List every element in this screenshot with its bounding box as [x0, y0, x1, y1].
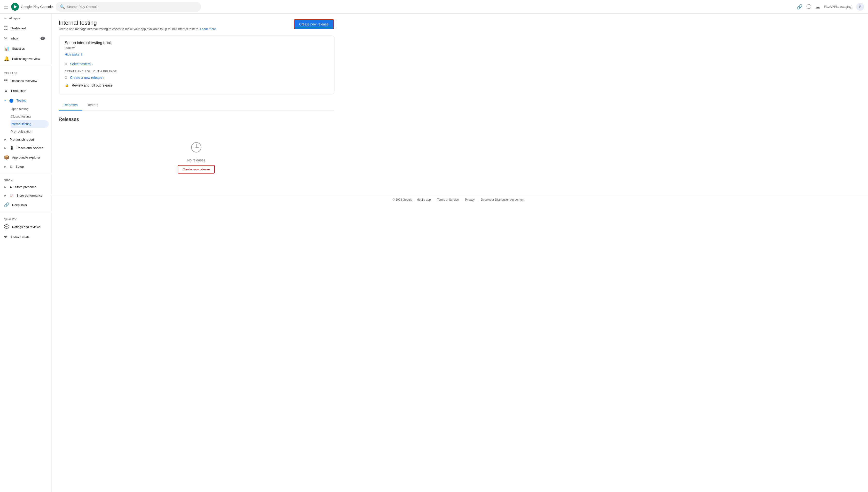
help-icon[interactable]: ⓘ	[807, 3, 811, 10]
app-name-badge: FiszAPPka (staging)	[824, 5, 852, 8]
topbar-right: 🔗 ⓘ ☁ FiszAPPka (staging) F	[796, 3, 864, 11]
create-new-release-link[interactable]: Create a new release ›	[70, 76, 104, 79]
search-bar[interactable]: 🔍	[56, 2, 201, 11]
tab-releases[interactable]: Releases	[59, 100, 82, 110]
setup-icon: ⚙	[10, 165, 12, 168]
footer-copyright: © 2023 Google	[392, 198, 412, 201]
chevron-right-icon-2: ►	[4, 146, 7, 150]
store-performance-icon: 📈	[10, 194, 14, 197]
hide-tasks-button[interactable]: Hide tasks ⇧	[65, 53, 83, 56]
releases-title: Releases	[59, 117, 334, 122]
footer-link-mobile-app[interactable]: Mobile app	[416, 198, 431, 201]
reach-icon: 📱	[10, 146, 14, 150]
content-inner: Internal testing Create and manage inter…	[51, 14, 342, 194]
deep-links-icon: 🔗	[4, 202, 9, 207]
empty-state: No releases Create new release	[59, 127, 334, 188]
dashboard-icon: ☷	[4, 25, 8, 31]
sidebar-item-dashboard[interactable]: ☷ Dashboard	[0, 23, 49, 33]
sidebar-item-store-performance[interactable]: ► 📈 Store performance	[0, 191, 51, 200]
tabs: Releases Testers	[59, 100, 334, 111]
sidebar-item-open-testing[interactable]: Open testing	[11, 105, 49, 113]
statistics-icon: 📊	[4, 46, 9, 51]
arrow-right-icon-2: ›	[103, 76, 104, 79]
menu-icon[interactable]: ☰	[4, 4, 8, 10]
chevron-right-icon: ►	[4, 138, 7, 141]
main-content: Internal testing Create and manage inter…	[51, 14, 868, 492]
store-presence-icon: ▶	[10, 185, 12, 189]
sidebar-release-section: Release	[0, 68, 51, 76]
sidebar-item-pre-registration[interactable]: Pre-registration	[11, 128, 49, 135]
chevron-down-icon: ▼	[4, 99, 6, 102]
tab-testers[interactable]: Testers	[82, 100, 103, 110]
main-layout: ← All apps ☷ Dashboard ✉ Inbox 4 📊 Stati…	[0, 14, 868, 492]
sidebar-item-deep-links[interactable]: 🔗 Deep links	[0, 200, 49, 210]
page-subtitle: Create and manage internal testing relea…	[59, 27, 216, 31]
chevron-up-icon: ⇧	[80, 53, 83, 56]
empty-state-text: No releases	[187, 158, 205, 162]
sidebar-item-setup[interactable]: ► ⚙ Setup	[0, 163, 51, 171]
page-title-area: Internal testing Create and manage inter…	[59, 19, 216, 31]
sidebar-divider-1	[0, 66, 51, 66]
sidebar-item-production[interactable]: ▲ Production	[0, 86, 49, 96]
logo-area: Google Play Console	[11, 3, 53, 11]
task-circle-icon	[65, 63, 67, 65]
sidebar-grow-section: Grow	[0, 175, 51, 183]
sidebar-testing-submenu: Open testing Closed testing Internal tes…	[0, 105, 51, 135]
sidebar-item-android-vitals[interactable]: ❤ Android vitals	[0, 232, 49, 242]
create-release-empty-button[interactable]: Create new release	[178, 165, 215, 174]
ratings-icon: 💬	[4, 224, 9, 229]
footer-link-dda[interactable]: Developer Distribution Agreement	[481, 198, 524, 201]
back-arrow-icon: ←	[4, 17, 7, 20]
create-rollout-label: CREATE AND ROLL OUT A RELEASE	[65, 68, 328, 74]
footer-link-privacy[interactable]: Privacy	[465, 198, 475, 201]
sidebar-item-reach-devices[interactable]: ► 📱 Reach and devices	[0, 144, 51, 152]
sidebar-item-closed-testing[interactable]: Closed testing	[11, 113, 49, 120]
page-title: Internal testing	[59, 19, 216, 26]
avatar[interactable]: F	[857, 3, 864, 11]
task-item-review-rollout: 🔒 Review and roll out release	[65, 81, 328, 89]
footer: © 2023 Google · Mobile app · Terms of Se…	[51, 194, 868, 205]
topbar-left: ☰ Google Play Console	[4, 3, 53, 11]
create-release-header-button[interactable]: Create new release	[294, 19, 334, 29]
link-icon[interactable]: 🔗	[796, 4, 802, 10]
cloud-icon[interactable]: ☁	[815, 4, 820, 10]
task-circle-icon-2	[65, 76, 67, 79]
sidebar-item-ratings-reviews[interactable]: 💬 Ratings and reviews	[0, 222, 49, 232]
sidebar-item-testing[interactable]: ▼ ⬤ Testing	[0, 96, 49, 105]
topbar: ☰ Google Play Console 🔍 🔗 ⓘ ☁ FiszAPPka …	[0, 0, 868, 14]
sidebar-item-app-bundle-explorer[interactable]: 📦 App bundle explorer	[0, 152, 49, 163]
testing-icon: ⬤	[9, 98, 14, 103]
task-item-select-testers: Select testers ›	[65, 60, 328, 68]
task-item-create-release: Create a new release ›	[65, 74, 328, 81]
inbox-icon: ✉	[4, 35, 7, 41]
sidebar: ← All apps ☷ Dashboard ✉ Inbox 4 📊 Stati…	[0, 14, 51, 492]
sidebar-item-releases-overview[interactable]: ☷ Releases overview	[0, 76, 49, 86]
releases-overview-icon: ☷	[4, 78, 8, 83]
sidebar-item-statistics[interactable]: 📊 Statistics	[0, 43, 49, 54]
sidebar-quality-section: Quality	[0, 214, 51, 222]
inbox-badge: 4	[41, 36, 45, 40]
sidebar-item-publishing-overview[interactable]: 🔔 Publishing overview	[0, 54, 49, 64]
select-testers-link[interactable]: Select testers ›	[70, 62, 93, 66]
logo-text: Google Play Console	[21, 5, 53, 9]
learn-more-link[interactable]: Learn more	[200, 27, 216, 31]
sidebar-item-internal-testing[interactable]: Internal testing	[11, 120, 49, 128]
sidebar-item-inbox[interactable]: ✉ Inbox 4	[0, 33, 49, 43]
lock-icon: 🔒	[65, 83, 69, 87]
play-console-logo	[11, 3, 19, 11]
arrow-right-icon: ›	[92, 62, 93, 66]
setup-title: Set up internal testing track	[65, 41, 328, 45]
releases-section: Releases No releases Create new release	[59, 117, 334, 188]
chevron-right-icon-4: ►	[4, 186, 7, 189]
page-header: Internal testing Create and manage inter…	[59, 19, 334, 31]
chevron-right-icon-5: ►	[4, 194, 7, 197]
setup-status: Inactive	[65, 46, 328, 50]
search-icon: 🔍	[59, 4, 65, 9]
sidebar-back-button[interactable]: ← All apps	[0, 14, 51, 23]
sidebar-item-pre-launch-report[interactable]: ► Pre-launch report	[0, 135, 51, 144]
vitals-icon: ❤	[4, 235, 7, 240]
chevron-right-icon-3: ►	[4, 165, 7, 168]
sidebar-item-store-presence[interactable]: ► ▶ Store presence	[0, 183, 51, 191]
search-input[interactable]	[67, 5, 197, 9]
footer-link-terms[interactable]: Terms of Service	[437, 198, 459, 201]
